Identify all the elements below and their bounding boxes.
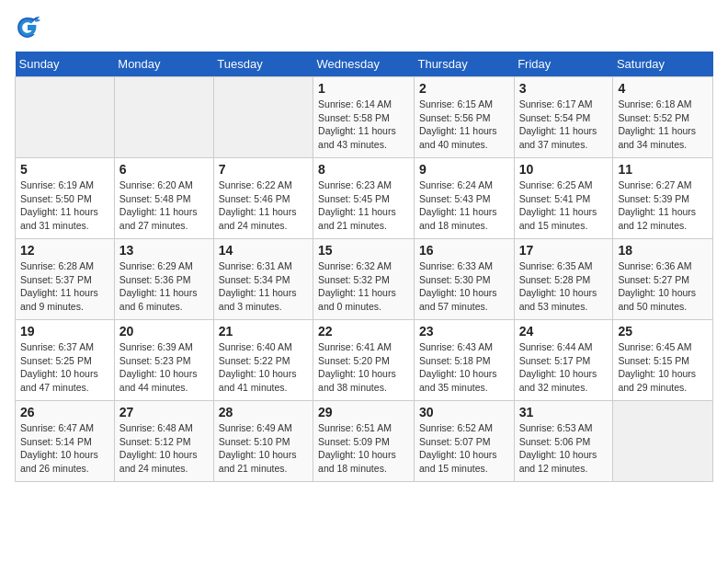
calendar-cell: 17Sunrise: 6:35 AM Sunset: 5:28 PM Dayli… (514, 239, 613, 320)
calendar-cell: 8Sunrise: 6:23 AM Sunset: 5:45 PM Daylig… (313, 158, 415, 239)
day-info: Sunrise: 6:14 AM Sunset: 5:58 PM Dayligh… (318, 98, 409, 152)
calendar-week-row: 1Sunrise: 6:14 AM Sunset: 5:58 PM Daylig… (16, 77, 713, 158)
day-number: 29 (318, 405, 409, 419)
day-number: 20 (119, 324, 209, 339)
day-number: 25 (618, 324, 708, 339)
calendar-cell: 4Sunrise: 6:18 AM Sunset: 5:52 PM Daylig… (613, 77, 713, 158)
day-number: 8 (318, 162, 409, 177)
day-info: Sunrise: 6:52 AM Sunset: 5:07 PM Dayligh… (419, 421, 509, 476)
calendar-cell: 19Sunrise: 6:37 AM Sunset: 5:25 PM Dayli… (16, 320, 115, 401)
day-info: Sunrise: 6:15 AM Sunset: 5:56 PM Dayligh… (419, 98, 509, 152)
calendar-cell: 18Sunrise: 6:36 AM Sunset: 5:27 PM Dayli… (613, 239, 713, 320)
day-info: Sunrise: 6:28 AM Sunset: 5:37 PM Dayligh… (20, 259, 109, 314)
day-number: 24 (519, 324, 609, 339)
day-number: 26 (20, 405, 109, 419)
day-number: 23 (419, 324, 509, 339)
calendar-cell: 9Sunrise: 6:24 AM Sunset: 5:43 PM Daylig… (414, 158, 514, 239)
calendar-cell: 11Sunrise: 6:27 AM Sunset: 5:39 PM Dayli… (613, 158, 713, 239)
calendar-cell (613, 401, 713, 482)
page-header (15, 15, 713, 40)
calendar-week-row: 19Sunrise: 6:37 AM Sunset: 5:25 PM Dayli… (16, 320, 713, 401)
calendar-cell: 22Sunrise: 6:41 AM Sunset: 5:20 PM Dayli… (313, 320, 415, 401)
calendar-cell: 16Sunrise: 6:33 AM Sunset: 5:30 PM Dayli… (414, 239, 514, 320)
calendar-cell: 2Sunrise: 6:15 AM Sunset: 5:56 PM Daylig… (414, 77, 514, 158)
day-info: Sunrise: 6:48 AM Sunset: 5:12 PM Dayligh… (119, 421, 209, 476)
header-sunday: Sunday (16, 52, 115, 77)
day-info: Sunrise: 6:51 AM Sunset: 5:09 PM Dayligh… (318, 421, 409, 476)
calendar-week-row: 5Sunrise: 6:19 AM Sunset: 5:50 PM Daylig… (16, 158, 713, 239)
day-info: Sunrise: 6:44 AM Sunset: 5:17 PM Dayligh… (519, 340, 609, 395)
header-thursday: Thursday (414, 52, 514, 77)
day-number: 19 (20, 324, 109, 339)
calendar-cell: 14Sunrise: 6:31 AM Sunset: 5:34 PM Dayli… (213, 239, 313, 320)
calendar-cell: 20Sunrise: 6:39 AM Sunset: 5:23 PM Dayli… (114, 320, 213, 401)
day-number: 6 (119, 162, 209, 177)
calendar-header-row: SundayMondayTuesdayWednesdayThursdayFrid… (16, 52, 713, 77)
calendar-table: SundayMondayTuesdayWednesdayThursdayFrid… (15, 52, 713, 482)
day-number: 4 (618, 81, 708, 96)
calendar-cell: 6Sunrise: 6:20 AM Sunset: 5:48 PM Daylig… (114, 158, 213, 239)
day-number: 16 (419, 243, 509, 258)
day-number: 1 (318, 81, 409, 96)
calendar-cell: 15Sunrise: 6:32 AM Sunset: 5:32 PM Dayli… (313, 239, 415, 320)
day-info: Sunrise: 6:31 AM Sunset: 5:34 PM Dayligh… (219, 259, 308, 314)
day-number: 2 (419, 81, 509, 96)
calendar-week-row: 12Sunrise: 6:28 AM Sunset: 5:37 PM Dayli… (16, 239, 713, 320)
day-number: 14 (219, 243, 308, 258)
day-number: 21 (219, 324, 308, 339)
day-number: 15 (318, 243, 409, 258)
calendar-cell: 29Sunrise: 6:51 AM Sunset: 5:09 PM Dayli… (313, 401, 415, 482)
day-number: 31 (519, 405, 609, 419)
calendar-cell: 13Sunrise: 6:29 AM Sunset: 5:36 PM Dayli… (114, 239, 213, 320)
calendar-cell: 10Sunrise: 6:25 AM Sunset: 5:41 PM Dayli… (514, 158, 613, 239)
day-info: Sunrise: 6:36 AM Sunset: 5:27 PM Dayligh… (618, 259, 708, 314)
day-info: Sunrise: 6:43 AM Sunset: 5:18 PM Dayligh… (419, 340, 509, 395)
header-saturday: Saturday (613, 52, 713, 77)
day-info: Sunrise: 6:17 AM Sunset: 5:54 PM Dayligh… (519, 98, 609, 152)
day-info: Sunrise: 6:53 AM Sunset: 5:06 PM Dayligh… (519, 421, 609, 476)
calendar-cell: 30Sunrise: 6:52 AM Sunset: 5:07 PM Dayli… (414, 401, 514, 482)
day-number: 11 (618, 162, 708, 177)
calendar-cell: 23Sunrise: 6:43 AM Sunset: 5:18 PM Dayli… (414, 320, 514, 401)
day-number: 3 (519, 81, 609, 96)
day-info: Sunrise: 6:33 AM Sunset: 5:30 PM Dayligh… (419, 259, 509, 314)
calendar-cell: 31Sunrise: 6:53 AM Sunset: 5:06 PM Dayli… (514, 401, 613, 482)
day-number: 7 (219, 162, 308, 177)
calendar-cell (114, 77, 213, 158)
day-info: Sunrise: 6:25 AM Sunset: 5:41 PM Dayligh… (519, 178, 609, 233)
day-number: 12 (20, 243, 109, 258)
day-info: Sunrise: 6:19 AM Sunset: 5:50 PM Dayligh… (20, 178, 109, 233)
calendar-cell: 25Sunrise: 6:45 AM Sunset: 5:15 PM Dayli… (613, 320, 713, 401)
calendar-cell: 27Sunrise: 6:48 AM Sunset: 5:12 PM Dayli… (114, 401, 213, 482)
calendar-cell: 28Sunrise: 6:49 AM Sunset: 5:10 PM Dayli… (213, 401, 313, 482)
header-friday: Friday (514, 52, 613, 77)
calendar-cell: 7Sunrise: 6:22 AM Sunset: 5:46 PM Daylig… (213, 158, 313, 239)
day-number: 28 (219, 405, 308, 419)
day-number: 27 (119, 405, 209, 419)
day-info: Sunrise: 6:49 AM Sunset: 5:10 PM Dayligh… (219, 421, 308, 476)
day-info: Sunrise: 6:24 AM Sunset: 5:43 PM Dayligh… (419, 178, 509, 233)
calendar-cell (213, 77, 313, 158)
day-info: Sunrise: 6:29 AM Sunset: 5:36 PM Dayligh… (119, 259, 209, 314)
day-info: Sunrise: 6:23 AM Sunset: 5:45 PM Dayligh… (318, 178, 409, 233)
calendar-cell: 21Sunrise: 6:40 AM Sunset: 5:22 PM Dayli… (213, 320, 313, 401)
day-info: Sunrise: 6:20 AM Sunset: 5:48 PM Dayligh… (119, 178, 209, 233)
calendar-cell: 24Sunrise: 6:44 AM Sunset: 5:17 PM Dayli… (514, 320, 613, 401)
day-number: 22 (318, 324, 409, 339)
header-monday: Monday (114, 52, 213, 77)
day-number: 13 (119, 243, 209, 258)
calendar-cell: 5Sunrise: 6:19 AM Sunset: 5:50 PM Daylig… (16, 158, 115, 239)
day-info: Sunrise: 6:22 AM Sunset: 5:46 PM Dayligh… (219, 178, 308, 233)
day-number: 9 (419, 162, 509, 177)
calendar-week-row: 26Sunrise: 6:47 AM Sunset: 5:14 PM Dayli… (16, 401, 713, 482)
header-tuesday: Tuesday (213, 52, 313, 77)
day-info: Sunrise: 6:41 AM Sunset: 5:20 PM Dayligh… (318, 340, 409, 395)
day-info: Sunrise: 6:45 AM Sunset: 5:15 PM Dayligh… (618, 340, 708, 395)
calendar-cell (16, 77, 115, 158)
calendar-cell: 3Sunrise: 6:17 AM Sunset: 5:54 PM Daylig… (514, 77, 613, 158)
day-number: 5 (20, 162, 109, 177)
calendar-cell: 12Sunrise: 6:28 AM Sunset: 5:37 PM Dayli… (16, 239, 115, 320)
day-number: 17 (519, 243, 609, 258)
day-info: Sunrise: 6:37 AM Sunset: 5:25 PM Dayligh… (20, 340, 109, 395)
day-number: 30 (419, 405, 509, 419)
